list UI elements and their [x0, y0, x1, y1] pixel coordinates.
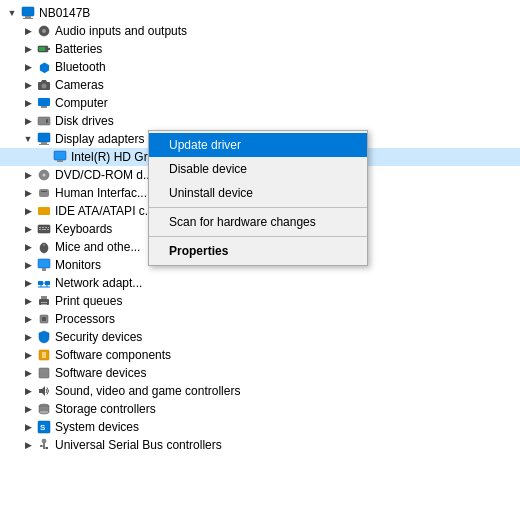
context-menu-item-properties[interactable]: Properties: [149, 239, 367, 263]
tree-item-storage[interactable]: Storage controllers: [0, 400, 520, 418]
mouse-icon: [36, 239, 52, 255]
tree-item-label: Computer: [55, 96, 108, 110]
chevron-icon[interactable]: [20, 365, 36, 381]
tree-item-security[interactable]: Security devices: [0, 328, 520, 346]
chevron-icon[interactable]: [20, 95, 36, 111]
tree-item-usb[interactable]: Universal Serial Bus controllers: [0, 436, 520, 454]
svg-point-58: [39, 410, 49, 414]
monitor3-icon: [36, 257, 52, 273]
svg-rect-2: [23, 18, 33, 19]
context-menu-item-scan-hardware[interactable]: Scan for hardware changes: [149, 210, 367, 234]
chevron-icon[interactable]: [20, 239, 36, 255]
svg-rect-49: [42, 317, 46, 321]
tree-item-label: Universal Serial Bus controllers: [55, 438, 222, 452]
svg-rect-25: [38, 207, 50, 215]
svg-rect-7: [39, 47, 45, 51]
chevron-icon[interactable]: [20, 185, 36, 201]
chevron-icon[interactable]: [20, 383, 36, 399]
tree-item-network[interactable]: Network adapt...: [0, 274, 520, 292]
svg-rect-12: [38, 98, 50, 106]
tree-item-label: Display adapters: [55, 132, 144, 146]
chevron-icon[interactable]: [20, 401, 36, 417]
context-menu-item-disable-device[interactable]: Disable device: [149, 157, 367, 181]
tree-item-bluetooth[interactable]: ⬢Bluetooth: [0, 58, 520, 76]
menu-separator: [149, 236, 367, 237]
svg-rect-13: [41, 106, 47, 108]
svg-rect-39: [45, 281, 50, 285]
context-menu-item-uninstall-device[interactable]: Uninstall device: [149, 181, 367, 205]
tree-item-printqueues[interactable]: Print queues: [0, 292, 520, 310]
tree-item-label: Security devices: [55, 330, 142, 344]
svg-rect-29: [45, 227, 47, 228]
chevron-icon[interactable]: [20, 113, 36, 129]
svg-rect-16: [38, 133, 50, 142]
chevron-icon[interactable]: [20, 59, 36, 75]
tree-item-label: Processors: [55, 312, 115, 326]
chevron-icon[interactable]: [20, 41, 36, 57]
tree-item-label: NB0147B: [39, 6, 90, 20]
tree-item-audio[interactable]: Audio inputs and outputs: [0, 22, 520, 40]
context-menu-item-update-driver[interactable]: Update driver: [149, 133, 367, 157]
audio-icon: [36, 23, 52, 39]
chevron-icon[interactable]: [4, 5, 20, 21]
svg-rect-18: [39, 144, 49, 145]
svg-point-4: [42, 29, 46, 33]
network-icon: [36, 275, 52, 291]
tree-item-label: Disk drives: [55, 114, 114, 128]
monitor-icon: [36, 131, 52, 147]
tree-item-sound[interactable]: Sound, video and game controllers: [0, 382, 520, 400]
tree-item-label: Monitors: [55, 258, 101, 272]
tree-item-label: Cameras: [55, 78, 104, 92]
disk-icon: [36, 113, 52, 129]
chevron-icon[interactable]: [20, 77, 36, 93]
chevron-icon[interactable]: [20, 329, 36, 345]
chevron-icon[interactable]: [20, 311, 36, 327]
chevron-icon[interactable]: [20, 293, 36, 309]
bluetooth-icon: ⬢: [36, 59, 52, 75]
tree-item-computer[interactable]: Computer: [0, 94, 520, 112]
chevron-icon[interactable]: [20, 437, 36, 453]
svg-text:S: S: [40, 423, 46, 432]
chevron-icon[interactable]: [36, 149, 52, 165]
svg-rect-45: [41, 296, 47, 299]
tree-item-label: Software components: [55, 348, 171, 362]
menu-separator: [149, 207, 367, 208]
chevron-icon[interactable]: [20, 347, 36, 363]
tree-item-system[interactable]: SSystem devices: [0, 418, 520, 436]
chevron-icon[interactable]: [20, 167, 36, 183]
svg-rect-47: [41, 304, 47, 305]
tree-item-cameras[interactable]: Cameras: [0, 76, 520, 94]
chevron-icon[interactable]: [20, 419, 36, 435]
svg-point-22: [43, 174, 46, 177]
tree-item-batteries[interactable]: Batteries: [0, 40, 520, 58]
tree-item-swcomponents[interactable]: Software components: [0, 346, 520, 364]
chevron-icon[interactable]: [20, 23, 36, 39]
svg-rect-1: [25, 16, 31, 18]
tree-item-label: Audio inputs and outputs: [55, 24, 187, 38]
svg-rect-36: [38, 259, 50, 268]
tree-item-diskdrives[interactable]: Disk drives: [0, 112, 520, 130]
tree-item-label: Mice and othe...: [55, 240, 140, 254]
chevron-icon[interactable]: [20, 257, 36, 273]
tree-item-label: IDE ATA/ATAPI c...: [55, 204, 155, 218]
tree-item-nb0147b[interactable]: NB0147B: [0, 4, 520, 22]
svg-rect-66: [46, 447, 48, 449]
svg-marker-11: [41, 80, 47, 82]
chevron-icon[interactable]: [20, 275, 36, 291]
svg-rect-38: [38, 281, 43, 285]
sound-icon: [36, 383, 52, 399]
system-icon: S: [36, 419, 52, 435]
tree-item-label: DVD/CD-ROM d...: [55, 168, 153, 182]
svg-rect-46: [41, 302, 47, 303]
svg-rect-30: [48, 227, 49, 228]
chevron-icon[interactable]: [20, 131, 36, 147]
chevron-icon[interactable]: [20, 203, 36, 219]
svg-rect-33: [47, 229, 49, 230]
tree-item-swdevices[interactable]: Software devices: [0, 364, 520, 382]
chevron-icon[interactable]: [20, 221, 36, 237]
tree-item-label: Print queues: [55, 294, 122, 308]
tree-item-label: Keyboards: [55, 222, 112, 236]
security-icon: [36, 329, 52, 345]
tree-item-processors[interactable]: Processors: [0, 310, 520, 328]
computer-icon: [20, 5, 36, 21]
